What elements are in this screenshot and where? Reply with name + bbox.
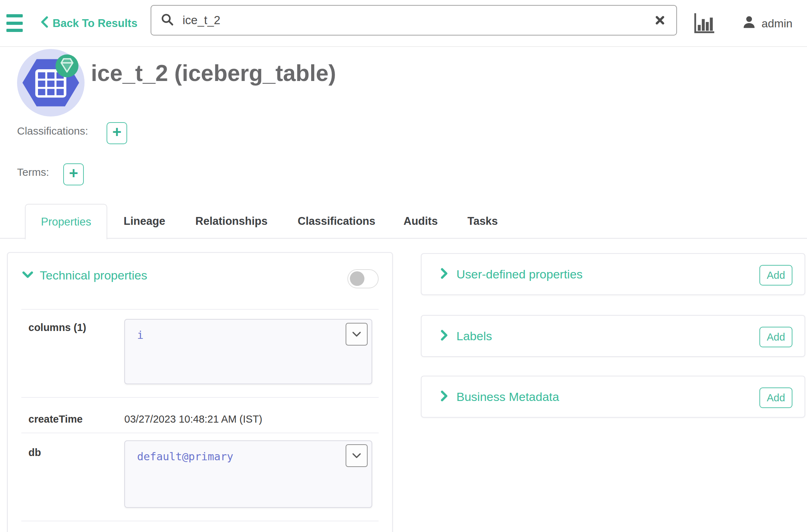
search-bar <box>151 5 677 36</box>
property-key: createTime <box>28 413 83 425</box>
add-user-defined-property-button[interactable]: Add <box>759 265 792 286</box>
chevron-right-icon <box>440 390 449 403</box>
search-input[interactable] <box>182 13 653 27</box>
clear-search-icon[interactable] <box>653 13 667 27</box>
page-title: ice_t_2 (iceberg_table) <box>91 60 336 87</box>
classifications-label: Classifications: <box>17 125 88 137</box>
chevron-right-icon <box>440 330 449 342</box>
user-icon <box>742 15 757 32</box>
add-term-button[interactable]: + <box>63 163 84 185</box>
tab-properties[interactable]: Properties <box>25 204 107 239</box>
user-menu[interactable]: admin <box>742 0 792 47</box>
tab-relationships[interactable]: Relationships <box>195 204 267 239</box>
panel-title: Business Metadata <box>456 390 559 404</box>
createtime-value: 03/27/2023 10:48:21 AM (IST) <box>124 413 262 425</box>
columns-dropdown-button[interactable] <box>346 323 368 346</box>
plus-icon: + <box>69 165 78 181</box>
top-navigation-bar: Back To Results admin <box>0 0 807 47</box>
property-key: db <box>28 447 41 458</box>
menu-icon[interactable] <box>6 14 23 32</box>
tab-audits[interactable]: Audits <box>404 204 438 239</box>
divider <box>21 433 379 433</box>
technical-properties-panel: Technical properties columns (1) i creat… <box>7 252 393 532</box>
divider <box>21 309 379 310</box>
labels-panel: Labels Add <box>421 315 805 357</box>
chevron-left-icon <box>40 16 49 31</box>
divider <box>21 397 379 398</box>
db-dropdown-button[interactable] <box>346 444 368 467</box>
divider <box>21 521 379 521</box>
entity-tabs: Properties Lineage Relationships Classif… <box>0 204 807 239</box>
chevron-right-icon <box>440 268 449 281</box>
toggle-knob <box>350 271 364 286</box>
columns-value-box: i <box>124 319 372 384</box>
tab-tasks[interactable]: Tasks <box>467 204 498 239</box>
technical-properties-title: Technical properties <box>40 268 147 282</box>
add-classification-button[interactable]: + <box>107 122 127 144</box>
column-link[interactable]: i <box>137 329 143 341</box>
search-icon <box>161 13 174 28</box>
back-to-results-link[interactable]: Back To Results <box>40 0 137 47</box>
tab-classifications[interactable]: Classifications <box>298 204 375 239</box>
db-link[interactable]: default@primary <box>137 450 233 463</box>
atlas-entity-detail-page: Back To Results admin <box>0 0 807 532</box>
db-value-box: default@primary <box>124 440 372 508</box>
entity-icon <box>17 49 85 116</box>
user-name-label: admin <box>762 17 792 30</box>
tab-lineage[interactable]: Lineage <box>124 204 165 239</box>
chevron-down-icon <box>22 271 33 281</box>
business-metadata-header[interactable]: Business Metadata <box>440 376 559 417</box>
business-metadata-panel: Business Metadata Add <box>421 376 805 418</box>
statistics-icon[interactable] <box>690 9 717 38</box>
terms-label: Terms: <box>17 166 49 178</box>
technical-properties-header[interactable]: Technical properties <box>22 268 147 282</box>
add-label-button[interactable]: Add <box>759 327 792 347</box>
plus-icon: + <box>112 124 121 140</box>
labels-header[interactable]: Labels <box>440 316 492 356</box>
property-key: columns (1) <box>28 322 86 333</box>
user-defined-properties-panel: User-defined properties Add <box>421 253 805 295</box>
user-defined-properties-header[interactable]: User-defined properties <box>440 254 583 294</box>
panel-title: User-defined properties <box>456 267 583 281</box>
add-business-metadata-button[interactable]: Add <box>759 387 792 408</box>
attributes-filter-toggle[interactable] <box>347 269 379 288</box>
back-to-results-label: Back To Results <box>53 17 137 30</box>
panel-title: Labels <box>456 329 492 343</box>
